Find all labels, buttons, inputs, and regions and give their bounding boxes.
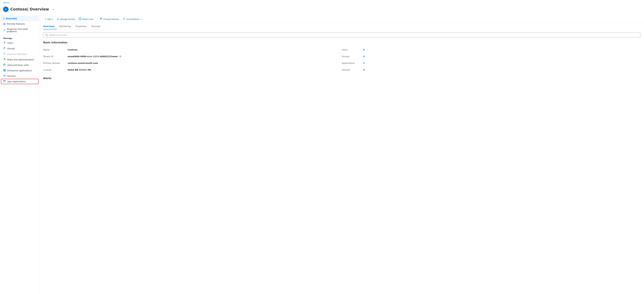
preview-features-button[interactable]: Preview features bbox=[98, 17, 121, 21]
stat-value-users[interactable]: 8 bbox=[363, 48, 365, 51]
sidebar-item-app-registrations[interactable]: App registrations bbox=[1, 79, 38, 84]
sidebar-item-external-identities[interactable]: External Identities bbox=[1, 51, 38, 57]
sidebar-item-preview-features[interactable]: ▦ Preview features bbox=[1, 21, 38, 26]
enterprise-apps-icon bbox=[3, 69, 6, 72]
tab-overview[interactable]: Overview bbox=[43, 23, 57, 29]
sidebar-item-label-groups: Groups bbox=[7, 47, 15, 50]
stat-row-devices: Devices 0 bbox=[342, 66, 640, 73]
search-box[interactable]: 🔍 bbox=[43, 32, 640, 37]
tab-monitoring[interactable]: Monitoring bbox=[57, 23, 73, 29]
basic-info-grid: Name Contoso Tenant ID aaaabbbb-0000-ccc… bbox=[43, 46, 640, 73]
manage-tenants-label: Manage tenants bbox=[60, 18, 75, 20]
svg-rect-9 bbox=[5, 64, 6, 65]
breadcrumb: Home › bbox=[0, 0, 644, 5]
svg-rect-11 bbox=[5, 65, 6, 66]
info-right: Users 8 Groups 4 Applications 3 Device bbox=[342, 46, 640, 73]
copy-tenant-id-button[interactable]: ⧉ bbox=[119, 55, 122, 58]
add-chevron-icon: ∨ bbox=[52, 18, 53, 20]
svg-rect-8 bbox=[4, 64, 4, 65]
svg-point-0 bbox=[4, 42, 5, 42]
info-label-primary-domain: Primary domain bbox=[43, 62, 68, 64]
got-feedback-button[interactable]: Got feedback? ∨ bbox=[121, 17, 144, 21]
copy-icon: ⧉ bbox=[120, 55, 121, 58]
info-left: Name Contoso Tenant ID aaaabbbb-0000-ccc… bbox=[43, 46, 342, 73]
tab-tutorials[interactable]: Tutorials bbox=[89, 23, 102, 29]
sidebar: « ℹ Overview ▦ Preview features ✗ Diagno… bbox=[0, 14, 40, 294]
svg-rect-4 bbox=[5, 53, 6, 54]
tab-properties[interactable]: Properties bbox=[73, 23, 89, 29]
preview-features-icon: ▦ bbox=[3, 22, 6, 25]
svg-rect-14 bbox=[4, 70, 4, 71]
info-label-tenant-id: Tenant ID bbox=[43, 55, 68, 58]
sidebar-item-roles-administrators[interactable]: Roles and administrators bbox=[1, 57, 38, 62]
stat-value-applications[interactable]: 3 bbox=[363, 62, 365, 64]
svg-rect-17 bbox=[5, 75, 6, 76]
app-registrations-icon bbox=[3, 80, 6, 83]
stat-value-groups[interactable]: 4 bbox=[363, 55, 365, 58]
toolbar-divider bbox=[96, 17, 97, 21]
info-label-name: Name bbox=[43, 48, 68, 51]
stat-label-users: Users bbox=[342, 48, 363, 51]
stat-label-groups: Groups bbox=[342, 55, 363, 58]
sidebar-item-label-enterprise: Enterprise applications bbox=[7, 69, 32, 72]
page-wrapper: Home › i Contoso| Overview ··· « ℹ Overv… bbox=[0, 0, 644, 294]
info-row-primary-domain: Primary domain contoso.onmicrosoft.com bbox=[43, 60, 342, 66]
search-icon: 🔍 bbox=[45, 34, 48, 36]
sidebar-item-administrative-units[interactable]: Administrative units bbox=[1, 62, 38, 68]
got-feedback-label: Got feedback? bbox=[126, 18, 140, 20]
breadcrumb-home[interactable]: Home bbox=[3, 1, 9, 4]
sidebar-item-label-preview: Preview features bbox=[7, 23, 25, 25]
whats-new-label: What's new bbox=[82, 18, 93, 20]
svg-rect-19 bbox=[5, 80, 6, 81]
tabs: Overview Monitoring Properties Tutorials bbox=[40, 23, 644, 29]
admin-units-icon bbox=[3, 64, 6, 66]
page-title-section: Overview bbox=[30, 7, 49, 11]
manage-label: Manage bbox=[3, 37, 12, 39]
svg-rect-3 bbox=[4, 53, 4, 54]
info-row-name: Name Contoso bbox=[43, 46, 342, 53]
sidebar-item-users[interactable]: Users bbox=[1, 40, 38, 46]
groups-icon bbox=[3, 47, 6, 50]
sidebar-item-label-overview: Overview bbox=[6, 17, 17, 20]
sidebar-item-devices[interactable]: Devices bbox=[1, 73, 38, 79]
svg-rect-12 bbox=[4, 69, 4, 70]
users-icon bbox=[3, 41, 6, 44]
sidebar-item-enterprise-applications[interactable]: Enterprise applications bbox=[1, 68, 38, 73]
page-title-separator: | bbox=[27, 7, 30, 11]
overview-icon: ℹ bbox=[3, 17, 4, 20]
manage-tenants-button[interactable]: ⚙ Manage tenants bbox=[56, 17, 76, 21]
svg-rect-13 bbox=[5, 69, 6, 70]
add-label: Add bbox=[47, 18, 51, 20]
feedback-icon bbox=[123, 18, 125, 20]
svg-rect-23 bbox=[100, 18, 101, 19]
sidebar-item-diagnose[interactable]: ✗ Diagnose and solve problems bbox=[1, 27, 38, 34]
sidebar-item-label-diagnose: Diagnose and solve problems bbox=[7, 28, 36, 33]
sidebar-item-label-devices: Devices bbox=[7, 75, 16, 77]
svg-rect-21 bbox=[5, 81, 6, 82]
more-options-button[interactable]: ··· bbox=[51, 7, 56, 12]
svg-rect-16 bbox=[4, 75, 5, 76]
info-row-license: License AAAA BB CCCCC DD bbox=[43, 66, 342, 73]
content-area: 🔍 Basic information Name Contoso Tenant … bbox=[40, 29, 644, 294]
page-icon-text: i bbox=[5, 8, 6, 11]
sidebar-item-overview[interactable]: ℹ Overview bbox=[1, 16, 38, 21]
diagnose-icon: ✗ bbox=[3, 29, 5, 32]
stat-row-applications: Applications 3 bbox=[342, 60, 640, 66]
add-button[interactable]: + Add ∨ bbox=[43, 16, 55, 21]
basic-info-title: Basic information bbox=[43, 41, 640, 44]
sidebar-item-groups[interactable]: Groups bbox=[1, 46, 38, 51]
whats-new-button[interactable]: What's new bbox=[77, 17, 95, 21]
svg-point-2 bbox=[4, 47, 5, 48]
page-title: Contoso| Overview bbox=[10, 7, 49, 11]
stat-row-users: Users 8 bbox=[342, 46, 640, 53]
alerts-title: Alerts bbox=[43, 77, 640, 80]
svg-point-1 bbox=[4, 47, 4, 48]
feedback-chevron-icon: ∨ bbox=[141, 18, 142, 20]
stat-label-applications: Applications bbox=[342, 62, 363, 64]
stat-value-devices[interactable]: 0 bbox=[363, 69, 365, 71]
svg-point-27 bbox=[124, 18, 125, 19]
main-content: + Add ∨ ⚙ Manage tenants What's new bbox=[40, 14, 644, 294]
breadcrumb-separator: › bbox=[10, 2, 10, 4]
sidebar-item-label-external: External Identities bbox=[7, 53, 27, 55]
search-input[interactable] bbox=[49, 34, 638, 36]
